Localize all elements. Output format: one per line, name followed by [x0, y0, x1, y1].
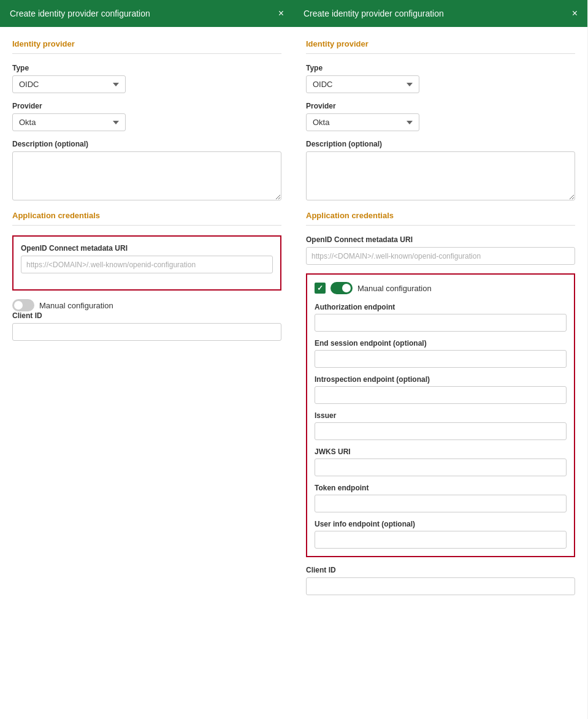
right-end-session-label: End session endpoint (optional): [315, 339, 567, 348]
right-manual-config-label: Manual configuration: [357, 284, 432, 293]
right-issuer-label: Issuer: [315, 411, 567, 420]
right-identity-provider-section: Identity provider: [306, 39, 575, 54]
left-type-label: Type: [12, 64, 281, 72]
right-end-session-input[interactable]: [315, 350, 567, 368]
right-description-group: Description (optional): [306, 140, 575, 202]
right-app-credentials-title: Application credentials: [306, 211, 575, 220]
left-openid-uri-label: OpenID Connect metadata URI: [21, 244, 273, 253]
right-type-label: Type: [306, 64, 575, 72]
right-identity-provider-title: Identity provider: [306, 39, 575, 48]
left-panel-body: Identity provider Type OIDC Provider Okt…: [0, 27, 294, 719]
right-provider-group: Provider Okta: [306, 102, 575, 131]
left-client-id-group: Client ID: [12, 311, 281, 341]
left-identity-divider: [12, 53, 281, 54]
left-app-credentials-title: Application credentials: [12, 211, 281, 220]
right-panel-body: Identity provider Type OIDC Provider Okt…: [294, 27, 587, 719]
left-panel-title: Create identity provider configuration: [10, 9, 150, 18]
right-client-id-input[interactable]: [306, 577, 575, 595]
right-identity-divider: [306, 53, 575, 54]
right-openid-uri-label: OpenID Connect metadata URI: [306, 235, 575, 244]
right-auth-endpoint-input[interactable]: [315, 314, 567, 332]
right-panel: Create identity provider configuration ×…: [294, 0, 587, 719]
right-token-endpoint-group: Token endpoint: [315, 484, 567, 512]
left-description-group: Description (optional): [12, 140, 281, 202]
right-token-endpoint-input[interactable]: [315, 495, 567, 512]
left-description-textarea[interactable]: [12, 151, 281, 200]
right-manual-config-toggle[interactable]: [330, 282, 353, 294]
right-app-credentials-section: Application credentials: [306, 211, 575, 226]
right-app-credentials-divider: [306, 225, 575, 226]
left-provider-label: Provider: [12, 102, 281, 110]
left-openid-uri-group: OpenID Connect metadata URI: [21, 244, 273, 273]
right-introspection-input[interactable]: [315, 386, 567, 404]
right-client-id-label: Client ID: [306, 566, 575, 574]
left-provider-select[interactable]: Okta: [12, 113, 126, 131]
left-type-select[interactable]: OIDC: [12, 75, 126, 93]
right-user-info-group: User info endpoint (optional): [315, 520, 567, 549]
left-app-credentials-divider: [12, 225, 281, 226]
right-user-info-label: User info endpoint (optional): [315, 520, 567, 528]
right-manual-config-checkbox[interactable]: [315, 283, 326, 294]
left-manual-config-label: Manual configuration: [39, 301, 113, 310]
right-auth-endpoint-group: Authorization endpoint: [315, 303, 567, 332]
right-auth-endpoint-label: Authorization endpoint: [315, 303, 567, 311]
left-description-label: Description (optional): [12, 140, 281, 148]
right-jwks-input[interactable]: [315, 458, 567, 476]
left-manual-config-group: Manual configuration: [12, 299, 281, 311]
right-type-group: Type OIDC: [306, 64, 575, 93]
left-identity-provider-title: Identity provider: [12, 39, 281, 48]
left-provider-group: Provider Okta: [12, 102, 281, 131]
left-client-id-input[interactable]: [12, 323, 281, 341]
right-panel-close-button[interactable]: ×: [572, 9, 578, 18]
right-panel-title: Create identity provider configuration: [304, 9, 444, 18]
left-manual-config-toggle[interactable]: [12, 299, 34, 311]
right-token-endpoint-label: Token endpoint: [315, 484, 567, 492]
left-panel-close-button[interactable]: ×: [278, 9, 284, 18]
right-jwks-group: JWKS URI: [315, 447, 567, 476]
left-openid-highlighted: OpenID Connect metadata URI: [12, 235, 281, 291]
right-manual-config-group: Manual configuration: [315, 282, 567, 294]
left-app-credentials-section: Application credentials: [12, 211, 281, 226]
left-identity-provider-section: Identity provider: [12, 39, 281, 54]
right-introspection-label: Introspection endpoint (optional): [315, 375, 567, 384]
right-openid-uri-input[interactable]: [306, 247, 575, 265]
right-issuer-input[interactable]: [315, 422, 567, 440]
right-openid-uri-group: OpenID Connect metadata URI: [306, 235, 575, 265]
left-panel: Create identity provider configuration ×…: [0, 0, 294, 719]
right-provider-label: Provider: [306, 102, 575, 110]
left-toggle-slider: [12, 299, 34, 311]
right-issuer-group: Issuer: [315, 411, 567, 440]
right-manual-highlighted: Manual configuration Authorization endpo…: [306, 273, 575, 557]
right-panel-header: Create identity provider configuration ×: [294, 0, 587, 27]
left-panel-header: Create identity provider configuration ×: [0, 0, 294, 27]
left-openid-uri-input[interactable]: [21, 256, 273, 273]
right-end-session-group: End session endpoint (optional): [315, 339, 567, 368]
right-client-id-group: Client ID: [306, 566, 575, 595]
right-description-textarea[interactable]: [306, 151, 575, 200]
left-client-id-label: Client ID: [12, 311, 281, 320]
right-description-label: Description (optional): [306, 140, 575, 148]
left-type-group: Type OIDC: [12, 64, 281, 93]
right-user-info-input[interactable]: [315, 531, 567, 549]
right-provider-select[interactable]: Okta: [306, 113, 419, 131]
right-type-select[interactable]: OIDC: [306, 75, 419, 93]
right-toggle-slider: [330, 282, 353, 294]
right-jwks-label: JWKS URI: [315, 447, 567, 456]
right-introspection-group: Introspection endpoint (optional): [315, 375, 567, 404]
